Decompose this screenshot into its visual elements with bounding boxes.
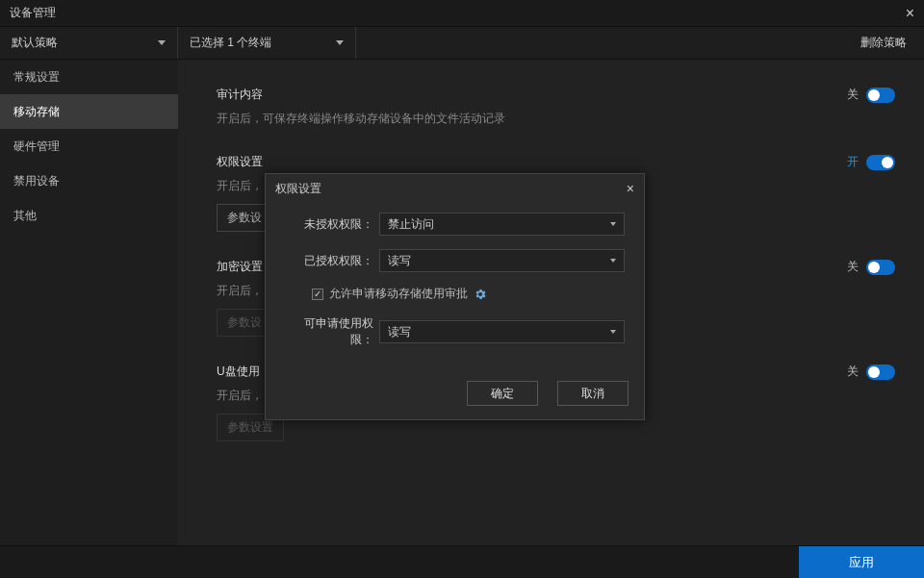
- policy-dropdown[interactable]: 默认策略: [0, 27, 178, 59]
- toggle-label: 开: [847, 154, 859, 170]
- apply-perm-value: 读写: [388, 324, 411, 340]
- section-title: 审计内容: [217, 87, 263, 103]
- apply-perm-select[interactable]: 读写: [379, 320, 625, 343]
- auth-label: 已授权权限：: [285, 253, 373, 269]
- chevron-down-icon: [336, 40, 344, 45]
- permission-toggle[interactable]: [866, 155, 895, 170]
- ok-button[interactable]: 确定: [467, 381, 538, 406]
- section-title: 加密设置: [217, 259, 263, 275]
- section-desc: 开启后，可保存终端操作移动存储设备中的文件活动记录: [217, 111, 895, 127]
- chevron-down-icon: [610, 259, 616, 263]
- sidebar-item-label: 常规设置: [13, 69, 60, 86]
- close-icon[interactable]: ×: [627, 181, 634, 196]
- chevron-down-icon: [158, 40, 166, 45]
- unauth-value: 禁止访问: [388, 216, 434, 233]
- toggle-label: 关: [847, 259, 859, 275]
- cancel-label: 取消: [581, 386, 604, 402]
- audit-toggle[interactable]: [866, 88, 895, 103]
- permission-settings-dialog: 权限设置 × 未授权权限： 禁止访问 已授权权限： 读写 ✓ 允许申请移动存储使…: [265, 173, 645, 420]
- cancel-button[interactable]: 取消: [557, 381, 629, 406]
- toolbar-spacer: [356, 27, 843, 59]
- apply-button[interactable]: 应用: [799, 546, 924, 578]
- titlebar: 设备管理 ×: [0, 0, 924, 27]
- sidebar-item-label: 移动存储: [13, 104, 60, 120]
- section-title: U盘使用: [217, 364, 260, 380]
- auth-select[interactable]: 读写: [379, 249, 625, 272]
- gear-icon[interactable]: [474, 288, 487, 301]
- dialog-title: 权限设置: [275, 181, 321, 197]
- footer: 应用: [0, 545, 924, 578]
- unauth-label: 未授权权限：: [285, 216, 373, 233]
- chevron-down-icon: [610, 222, 616, 226]
- policy-dropdown-label: 默认策略: [12, 35, 58, 51]
- selection-dropdown-label: 已选择 1 个终端: [190, 35, 271, 51]
- auth-value: 读写: [388, 253, 411, 269]
- toggle-label: 关: [847, 364, 859, 380]
- toolbar: 默认策略 已选择 1 个终端 删除策略: [0, 27, 924, 60]
- window-title: 设备管理: [10, 5, 56, 21]
- dialog-footer: 确定 取消: [266, 375, 644, 419]
- sidebar-item-general[interactable]: 常规设置: [0, 60, 178, 94]
- ok-label: 确定: [491, 386, 514, 402]
- allow-approval-checkbox[interactable]: ✓: [312, 289, 323, 300]
- dialog-body: 未授权权限： 禁止访问 已授权权限： 读写 ✓ 允许申请移动存储使用审批 可申请…: [266, 203, 644, 375]
- sidebar-item-other[interactable]: 其他: [0, 198, 178, 233]
- close-icon[interactable]: ×: [906, 5, 914, 22]
- sidebar-item-label: 禁用设备: [13, 173, 60, 189]
- section-audit: 审计内容 关 开启后，可保存终端操作移动存储设备中的文件活动记录: [217, 87, 895, 127]
- sidebar-item-removable-storage[interactable]: 移动存储: [0, 94, 178, 129]
- toggle-label: 关: [847, 87, 859, 103]
- sidebar-item-hardware[interactable]: 硬件管理: [0, 129, 178, 163]
- selection-dropdown[interactable]: 已选择 1 个终端: [178, 27, 356, 59]
- apply-perm-label: 可申请使用权限：: [285, 315, 373, 348]
- section-title: 权限设置: [217, 154, 263, 170]
- dialog-titlebar: 权限设置 ×: [266, 174, 644, 203]
- delete-policy-label: 删除策略: [860, 35, 907, 51]
- usb-toggle[interactable]: [866, 364, 895, 380]
- sidebar: 常规设置 移动存储 硬件管理 禁用设备 其他: [0, 60, 178, 545]
- apply-label: 应用: [849, 554, 874, 571]
- unauth-select[interactable]: 禁止访问: [379, 213, 625, 236]
- sidebar-item-label: 其他: [13, 208, 37, 224]
- delete-policy-button[interactable]: 删除策略: [843, 27, 924, 59]
- sidebar-item-disable-device[interactable]: 禁用设备: [0, 163, 178, 198]
- encrypt-toggle[interactable]: [866, 260, 895, 275]
- checkbox-label: 允许申请移动存储使用审批: [329, 286, 468, 302]
- sidebar-item-label: 硬件管理: [13, 138, 60, 155]
- chevron-down-icon: [610, 330, 616, 334]
